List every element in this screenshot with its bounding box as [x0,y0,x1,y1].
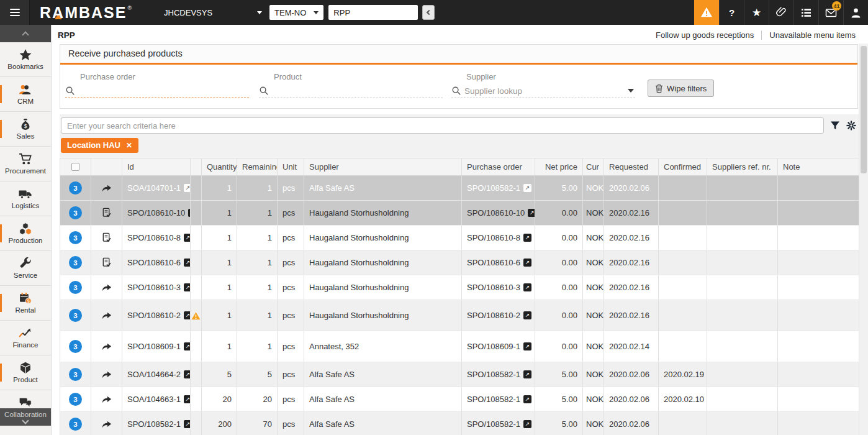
target-selector[interactable]: TEM-NO [269,5,323,20]
column-remaining[interactable]: Remaining [237,158,278,175]
menu-hamburger-button[interactable] [0,0,30,25]
table-row[interactable]: 3 SPO/108610-6↗ 1 1 pcs Haugaland Storhu… [60,250,859,275]
external-link-icon[interactable]: ↗ [528,209,535,217]
column-purchase-order[interactable]: Purchase order [462,158,535,175]
external-link-icon[interactable]: ↗ [184,311,191,319]
sidebar-item-product[interactable]: Product [0,355,51,390]
sidebar-item-production[interactable]: Production [0,216,51,251]
attachments-button[interactable] [769,0,793,25]
help-button[interactable]: ? [719,0,744,25]
id-link[interactable]: SPO/108610-6 [127,258,181,267]
id-link[interactable]: SPO/108610-2 [127,311,181,320]
wipe-filters-button[interactable]: Wipe filters [648,80,714,97]
vertical-scrollbar[interactable] [859,44,868,435]
purchase-order-link[interactable]: SPO/108610-6 [467,258,520,267]
column-note[interactable]: Note [778,158,859,175]
id-link[interactable]: SPO/108609-1 [127,342,181,351]
external-link-icon[interactable]: ↗ [523,234,531,242]
external-link-icon[interactable]: ↗ [523,395,531,403]
settings-gear-icon[interactable] [846,121,856,130]
purchase-order-link[interactable]: SPO/108582-1 [467,419,520,429]
purchase-order-link[interactable]: SPO/108609-1 [467,342,520,351]
rambase-logo[interactable]: RAMBASE® [40,4,133,22]
external-link-icon[interactable]: ↗ [523,342,531,350]
sidebar-item-procurement[interactable]: Procurement [0,147,51,181]
table-row[interactable]: 3 SPO/108610-10↗ 1 1 pcs Haugaland Storh… [60,201,859,226]
table-row[interactable]: 3 SPO/108582-1↗ 200 70 pcs Alfa Safe AS … [60,412,859,435]
purchase-order-link[interactable]: SPO/108610-8 [467,233,520,242]
sidebar-item-bookmarks[interactable]: Bookmarks [0,42,51,77]
column-unit[interactable]: Unit [278,158,304,175]
sidebar-scroll-up-button[interactable] [0,25,51,42]
table-row[interactable]: 3 SOA/104663-1↗ 20 20 pcs Alfa Safe AS S… [60,387,859,412]
external-link-icon[interactable]: ↗ [184,342,191,350]
filter-funnel-icon[interactable] [830,121,840,130]
external-link-icon[interactable]: ↗ [184,395,191,403]
external-link-icon[interactable]: ↗ [523,184,531,192]
column-quantity[interactable]: Quantity [202,158,237,175]
purchase-order-input[interactable] [78,86,249,96]
id-link[interactable]: SPO/108610-10 [127,208,185,218]
external-link-icon[interactable]: ↗ [184,234,191,242]
column-cur[interactable]: Cur [583,158,604,175]
external-link-icon[interactable]: ↗ [523,370,531,378]
supplier-lookup-input[interactable] [464,86,625,96]
product-input[interactable] [272,86,443,96]
purchase-order-link[interactable]: SPO/108610-10 [467,208,525,218]
external-link-icon[interactable]: ↗ [523,420,531,428]
chevron-down-icon[interactable] [628,89,634,93]
table-row[interactable]: 3 SPO/108609-1↗ 1 1 pcs Annatest, 352 SP… [60,331,859,362]
messages-button[interactable]: 41 [818,0,843,25]
table-row[interactable]: 3 SPO/108610-8↗ 1 1 pcs Haugaland Storhu… [60,226,859,250]
purchase-order-link[interactable]: SPO/108582-1 [467,183,520,193]
column-suppliers-ref[interactable]: Suppliers ref. nr. [707,158,778,175]
external-link-icon[interactable]: ↗ [184,259,191,267]
follow-up-goods-receptions-link[interactable]: Follow up goods receptions [656,30,754,40]
id-link[interactable]: SOA/104664-2 [127,370,181,379]
close-icon[interactable]: ✕ [126,141,132,150]
unavailable-menu-items-link[interactable]: Unavailable menu items [769,30,856,40]
table-row[interactable]: 3 SOA/104701-1↗ 1 1 pcs Alfa Safe AS SPO… [60,176,859,201]
column-confirmed[interactable]: Confirmed [659,158,707,175]
purchase-order-link[interactable]: SPO/108582-1 [467,370,520,379]
sidebar-item-service[interactable]: Service [0,251,51,286]
id-link[interactable]: SPO/108610-8 [127,233,181,242]
id-link[interactable]: SPO/108610-3 [127,283,181,292]
scrollbar-thumb[interactable] [861,46,867,173]
column-supplier[interactable]: Supplier [304,158,462,175]
sidebar-item-logistics[interactable]: Logistics [0,181,51,216]
sidebar-item-rental[interactable]: $ Rental [0,286,51,321]
program-search-input[interactable] [328,5,418,20]
favorites-button[interactable]: ★ [744,0,769,25]
column-net-price[interactable]: Net price [535,158,583,175]
purchase-order-link[interactable]: SPO/108610-2 [467,311,520,320]
table-row[interactable]: 3 SPO/108610-3↗ 1 1 pcs Haugaland Storhu… [60,275,859,300]
external-link-icon[interactable]: ↗ [523,283,531,291]
alerts-button[interactable] [694,0,719,25]
id-link[interactable]: SPO/108582-1 [127,419,181,429]
task-list-button[interactable] [793,0,818,25]
id-link[interactable]: SOA/104663-1 [127,395,181,404]
column-requested[interactable]: Requested [604,158,659,175]
id-link[interactable]: SOA/104701-1 [127,183,181,193]
external-link-icon[interactable]: ↗ [523,311,531,319]
select-all-checkbox[interactable] [71,163,79,171]
sidebar-item-finance[interactable]: Finance [0,321,51,355]
profile-button[interactable] [843,0,868,25]
external-link-icon[interactable]: ↗ [184,420,191,428]
sidebar-item-crm[interactable]: CRM [0,77,51,112]
external-link-icon[interactable]: ↗ [523,259,531,267]
system-selector[interactable]: JHCDEVSYS [164,8,262,17]
table-row[interactable]: 3 SPO/108610-2↗ 1 1 pcs Haugaland Storhu… [60,300,859,331]
collapse-search-button[interactable] [422,5,435,20]
purchase-order-link[interactable]: SPO/108610-3 [467,283,520,292]
external-link-icon[interactable]: ↗ [184,184,191,192]
column-id[interactable]: Id [122,158,191,175]
purchase-order-link[interactable]: SPO/108582-1 [467,395,520,404]
sidebar-item-sales[interactable]: $ Sales [0,112,51,147]
table-row[interactable]: 3 SOA/104664-2↗ 5 5 pcs Alfa Safe AS SPO… [60,362,859,387]
external-link-icon[interactable]: ↗ [184,283,191,291]
external-link-icon[interactable]: ↗ [184,370,191,378]
filter-chip-location-hau[interactable]: Location HAU ✕ [61,138,138,153]
sidebar-item-partial[interactable] [0,425,51,435]
